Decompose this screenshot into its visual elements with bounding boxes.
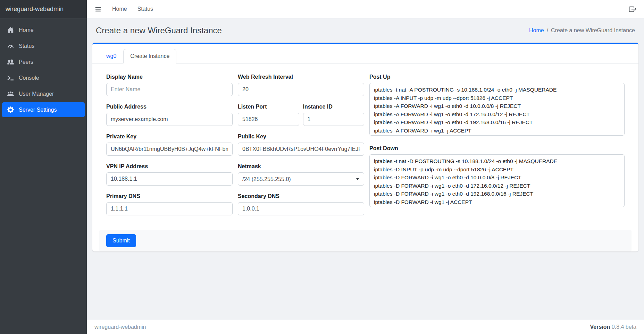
gears-icon bbox=[7, 106, 14, 113]
sidebar-item-home[interactable]: Home bbox=[2, 23, 85, 37]
breadcrumb-separator: / bbox=[547, 27, 548, 34]
tab-wg0[interactable]: wg0 bbox=[99, 49, 123, 63]
public-key-input[interactable] bbox=[238, 143, 364, 156]
public-key-label: Public Key bbox=[238, 134, 364, 140]
secondary-dns-label: Secondary DNS bbox=[238, 193, 364, 199]
sidebar-item-label: Status bbox=[19, 43, 34, 49]
post-down-label: Post Down bbox=[369, 145, 625, 152]
topbar: Home Status bbox=[87, 0, 644, 18]
web-refresh-group: Web Refresh Interval bbox=[238, 74, 364, 96]
app-window: wireguard-webadmin Home Status Peers bbox=[0, 0, 644, 334]
breadcrumb-current: Create a new WireGuard Instance bbox=[551, 27, 635, 34]
instance-card: wg0 Create Instance Display Name Public bbox=[92, 43, 638, 251]
display-name-label: Display Name bbox=[106, 74, 233, 80]
footer-brand: wireguard-webadmin bbox=[94, 324, 146, 330]
form-column-3: Post Up iptables -t nat -A POSTROUTING -… bbox=[369, 74, 625, 223]
sidebar-item-status[interactable]: Status bbox=[2, 38, 85, 53]
sidebar-item-user-manager[interactable]: User Manager bbox=[2, 86, 85, 101]
breadcrumb: Home / Create a new WireGuard Instance bbox=[529, 27, 635, 34]
vpn-ip-input[interactable] bbox=[106, 172, 233, 186]
instance-tabs: wg0 Create Instance bbox=[92, 44, 638, 63]
listen-port-input[interactable] bbox=[238, 113, 299, 126]
sidebar-item-peers[interactable]: Peers bbox=[2, 54, 85, 69]
public-address-group: Public Address bbox=[106, 104, 233, 126]
footer-version-label: Version bbox=[590, 324, 610, 330]
sidebar-item-label: Home bbox=[19, 27, 34, 33]
page-footer: wireguard-webadmin Version 0.8.4 beta bbox=[87, 320, 644, 334]
hamburger-icon bbox=[94, 6, 102, 13]
main-area: Home Status Create a new WireGuard Insta… bbox=[87, 0, 644, 334]
vpn-ip-group: VPN IP Address bbox=[106, 163, 233, 186]
submit-button[interactable]: Submit bbox=[106, 234, 136, 247]
gauge-icon bbox=[7, 43, 14, 49]
primary-dns-group: Primary DNS bbox=[106, 193, 233, 215]
home-icon bbox=[7, 27, 14, 33]
web-refresh-input[interactable] bbox=[238, 83, 364, 96]
post-down-group: Post Down iptables -t nat -D POSTROUTING… bbox=[369, 145, 625, 208]
logout-button[interactable] bbox=[629, 6, 636, 13]
topbar-link-status[interactable]: Status bbox=[137, 6, 153, 12]
public-address-input[interactable] bbox=[106, 113, 233, 126]
instance-id-group: Instance ID bbox=[303, 104, 365, 126]
display-name-group: Display Name bbox=[106, 74, 233, 96]
content-area: Create a new WireGuard Instance Home / C… bbox=[87, 18, 644, 320]
page-title: Create a new WireGuard Instance bbox=[96, 25, 222, 36]
footer-version: Version 0.8.4 beta bbox=[590, 324, 636, 330]
web-refresh-label: Web Refresh Interval bbox=[238, 74, 364, 80]
netmask-label: Netmask bbox=[238, 163, 364, 170]
primary-dns-label: Primary DNS bbox=[106, 193, 233, 199]
post-up-textarea[interactable]: iptables -t nat -A POSTROUTING -s 10.188… bbox=[369, 83, 625, 136]
sidebar-item-server-settings[interactable]: Server Settings bbox=[2, 102, 85, 117]
sidebar-toggle-button[interactable] bbox=[94, 6, 102, 13]
terminal-icon bbox=[7, 75, 14, 81]
instance-id-label: Instance ID bbox=[303, 104, 365, 110]
sidebar-item-label: User Manager bbox=[19, 91, 54, 97]
form-column-1: Display Name Public Address Private Key bbox=[106, 74, 233, 223]
users-icon bbox=[7, 91, 14, 97]
sidebar-item-label: Console bbox=[19, 75, 39, 81]
sidebar: wireguard-webadmin Home Status Peers bbox=[0, 0, 87, 334]
page-header: Create a new WireGuard Instance Home / C… bbox=[92, 23, 638, 36]
private-key-label: Private Key bbox=[106, 134, 233, 140]
netmask-group: Netmask /24 (255.255.255.0) bbox=[238, 163, 364, 186]
secondary-dns-group: Secondary DNS bbox=[238, 193, 364, 215]
tab-create-instance[interactable]: Create Instance bbox=[123, 49, 176, 63]
peers-icon bbox=[7, 59, 14, 65]
listen-port-group: Listen Port bbox=[238, 104, 299, 126]
breadcrumb-home-link[interactable]: Home bbox=[529, 27, 544, 34]
primary-dns-input[interactable] bbox=[106, 202, 233, 215]
private-key-group: Private Key bbox=[106, 134, 233, 156]
post-down-textarea[interactable]: iptables -t nat -D POSTROUTING -s 10.188… bbox=[369, 154, 625, 207]
post-up-group: Post Up iptables -t nat -A POSTROUTING -… bbox=[369, 74, 625, 137]
vpn-ip-label: VPN IP Address bbox=[106, 163, 233, 170]
post-up-label: Post Up bbox=[369, 74, 625, 80]
sidebar-item-label: Server Settings bbox=[19, 107, 57, 113]
brand: wireguard-webadmin bbox=[0, 0, 87, 18]
netmask-select[interactable]: /24 (255.255.255.0) bbox=[238, 172, 364, 186]
submit-strip: Submit bbox=[99, 230, 632, 251]
topbar-link-home[interactable]: Home bbox=[112, 6, 127, 12]
secondary-dns-input[interactable] bbox=[238, 202, 364, 215]
netmask-select-wrap: /24 (255.255.255.0) bbox=[238, 172, 364, 186]
logout-icon bbox=[629, 6, 636, 13]
sidebar-item-console[interactable]: Console bbox=[2, 70, 85, 85]
sidebar-item-label: Peers bbox=[19, 59, 33, 65]
form-column-2: Web Refresh Interval Listen Port Instanc… bbox=[238, 74, 364, 223]
listen-port-label: Listen Port bbox=[238, 104, 299, 110]
sidebar-nav: Home Status Peers Console bbox=[0, 18, 87, 122]
instance-id-input[interactable] bbox=[303, 113, 365, 126]
private-key-input[interactable] bbox=[106, 143, 233, 156]
public-address-label: Public Address bbox=[106, 104, 233, 110]
port-id-row: Listen Port Instance ID bbox=[238, 104, 364, 126]
instance-form: Display Name Public Address Private Key bbox=[92, 63, 638, 227]
public-key-group: Public Key bbox=[238, 134, 364, 156]
display-name-input[interactable] bbox=[106, 83, 233, 96]
form-grid: Display Name Public Address Private Key bbox=[106, 74, 625, 223]
footer-version-value: 0.8.4 beta bbox=[612, 324, 636, 330]
